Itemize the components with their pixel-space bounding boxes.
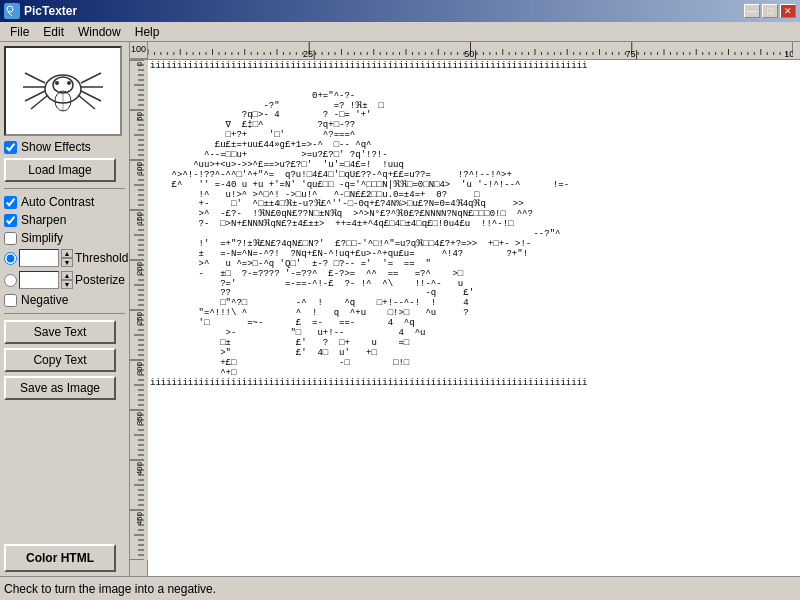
menu-file[interactable]: File <box>4 23 35 41</box>
threshold-label: Threshold <box>75 251 128 265</box>
posterize-row: 5 ▲ ▼ Posterize <box>4 271 125 289</box>
show-effects-row: Show Effects <box>4 140 125 154</box>
show-effects-checkbox[interactable] <box>4 141 17 154</box>
main-layout: Show Effects Load Image Auto Contrast Sh… <box>0 42 800 576</box>
negative-label: Negative <box>21 293 68 307</box>
copy-text-button[interactable]: Copy Text <box>4 348 116 372</box>
simplify-row: Simplify <box>4 231 125 245</box>
ruler-corner: 100 <box>130 42 148 59</box>
separator-1 <box>4 188 125 189</box>
menu-bar: File Edit Window Help <box>0 22 800 42</box>
threshold-down-arrow[interactable]: ▼ <box>61 258 73 267</box>
status-text: Check to turn the image into a negative. <box>4 582 216 596</box>
ruler-vertical <box>130 60 148 576</box>
color-html-button[interactable]: Color HTML <box>4 544 116 572</box>
menu-help[interactable]: Help <box>129 23 166 41</box>
window-title: PicTexter <box>24 4 77 18</box>
sharpen-checkbox[interactable] <box>4 214 17 227</box>
sharpen-row: Sharpen <box>4 213 125 227</box>
posterize-spinner-arrows[interactable]: ▲ ▼ <box>61 271 73 289</box>
posterize-up-arrow[interactable]: ▲ <box>61 271 73 280</box>
spacer <box>4 404 125 540</box>
threshold-spinner-arrows[interactable]: ▲ ▼ <box>61 249 73 267</box>
svg-line-9 <box>81 73 101 83</box>
posterize-input[interactable]: 5 <box>19 271 59 289</box>
sharpen-label: Sharpen <box>21 213 66 227</box>
left-panel: Show Effects Load Image Auto Contrast Sh… <box>0 42 130 576</box>
threshold-radio[interactable] <box>4 252 17 265</box>
text-area-wrapper: iiiiiiiiiiiiiiiiiiiiiiiiiiiiiiiiiiiiiiii… <box>130 60 800 576</box>
ascii-display[interactable]: iiiiiiiiiiiiiiiiiiiiiiiiiiiiiiiiiiiiiiii… <box>148 60 800 576</box>
posterize-down-arrow[interactable]: ▼ <box>61 280 73 289</box>
minimize-button[interactable]: — <box>744 4 760 18</box>
auto-contrast-row: Auto Contrast <box>4 195 125 209</box>
title-bar-left: PicTexter <box>4 3 77 19</box>
ruler-corner-label: 100 <box>131 44 146 54</box>
simplify-checkbox[interactable] <box>4 232 17 245</box>
svg-point-13 <box>55 81 59 85</box>
posterize-label: Posterize <box>75 273 125 287</box>
ruler-top: 100 <box>130 42 800 60</box>
separator-2 <box>4 313 125 314</box>
ruler-horizontal <box>148 42 800 59</box>
auto-contrast-checkbox[interactable] <box>4 196 17 209</box>
threshold-row: 117 ▲ ▼ Threshold <box>4 249 125 267</box>
svg-point-14 <box>67 81 71 85</box>
menu-edit[interactable]: Edit <box>37 23 70 41</box>
auto-contrast-label: Auto Contrast <box>21 195 94 209</box>
save-text-button[interactable]: Save Text <box>4 320 116 344</box>
menu-window[interactable]: Window <box>72 23 127 41</box>
image-preview <box>4 46 122 136</box>
threshold-up-arrow[interactable]: ▲ <box>61 249 73 258</box>
load-image-button[interactable]: Load Image <box>4 158 116 182</box>
close-button[interactable]: ✕ <box>780 4 796 18</box>
posterize-radio[interactable] <box>4 274 17 287</box>
simplify-label: Simplify <box>21 231 63 245</box>
svg-line-5 <box>25 73 45 83</box>
show-effects-label: Show Effects <box>21 140 91 154</box>
title-bar: PicTexter — □ ✕ <box>0 0 800 22</box>
window-controls: — □ ✕ <box>744 4 796 18</box>
save-image-button[interactable]: Save as Image <box>4 376 116 400</box>
negative-checkbox[interactable] <box>4 294 17 307</box>
negative-row: Negative <box>4 293 125 307</box>
status-bar: Check to turn the image into a negative. <box>0 576 800 600</box>
threshold-input[interactable]: 117 <box>19 249 59 267</box>
maximize-button[interactable]: □ <box>762 4 778 18</box>
right-panel: 100 iiiiiiiiiiiiiiiiiiiiiiiiiiiiiiiiiiii… <box>130 42 800 576</box>
app-icon <box>4 3 20 19</box>
